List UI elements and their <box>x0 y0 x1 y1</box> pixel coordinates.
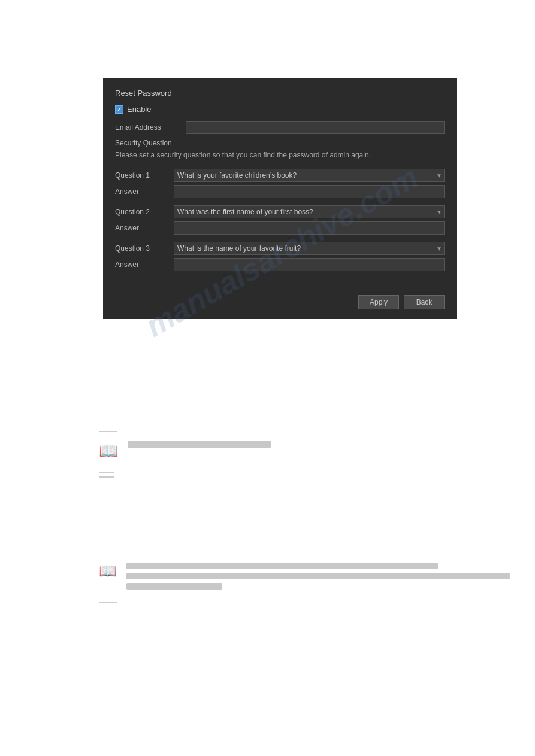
gray-bar-1 <box>128 441 271 448</box>
question-3-select-wrapper: What is the name of your favorite fruit?… <box>174 242 445 255</box>
question-block-1: Question 1 What is your favorite childre… <box>115 169 445 198</box>
question-3-select[interactable]: What is the name of your favorite fruit?… <box>174 242 445 255</box>
back-button[interactable]: Back <box>404 295 445 309</box>
question-1-label: Question 1 <box>115 171 169 180</box>
question-1-select[interactable]: What is your favorite children’s book? W… <box>174 169 445 182</box>
answer-1-input[interactable] <box>174 185 445 198</box>
email-input[interactable] <box>186 121 445 134</box>
answer-row-3: Answer <box>115 258 445 271</box>
answer-3-label: Answer <box>115 260 169 269</box>
security-section-title: Security Question <box>115 139 445 147</box>
question-2-label: Question 2 <box>115 208 169 216</box>
reset-password-panel: Reset Password ✓ Enable Email Address Se… <box>103 78 457 319</box>
question-2-select-wrapper: What was the first name of your first bo… <box>174 205 445 218</box>
answer-1-label: Answer <box>115 187 169 196</box>
question-3-label: Question 3 <box>115 244 169 253</box>
panel-footer: Apply Back <box>115 289 445 309</box>
enable-row: ✓ Enable <box>115 105 445 114</box>
question-1-select-wrapper: What is your favorite children’s book? W… <box>174 169 445 182</box>
question-block-3: Question 3 What is the name of your favo… <box>115 242 445 271</box>
book-text-lines <box>126 563 510 593</box>
answer-row-1: Answer <box>115 185 445 198</box>
book-section-1: 📖 <box>99 441 518 460</box>
security-desc: Please set a security question so that y… <box>115 151 445 159</box>
divider-bottom <box>99 602 117 603</box>
checkbox-check-icon: ✓ <box>117 107 122 113</box>
book-icon-1: 📖 <box>99 442 118 460</box>
question-block-2: Question 2 What was the first name of yo… <box>115 205 445 235</box>
answer-3-input[interactable] <box>174 258 445 271</box>
question-2-select[interactable]: What was the first name of your first bo… <box>174 205 445 218</box>
book-content-1 <box>128 441 518 451</box>
question-row-2: Question 2 What was the first name of yo… <box>115 205 445 218</box>
enable-label: Enable <box>127 105 151 114</box>
email-row: Email Address <box>115 121 445 134</box>
email-label: Email Address <box>115 123 181 132</box>
bottom-area-1: 📖 <box>99 431 518 481</box>
answer-row-2: Answer <box>115 221 445 235</box>
enable-checkbox[interactable]: ✓ <box>115 105 123 114</box>
divider-lines-1 <box>99 472 518 478</box>
answer-2-input[interactable] <box>174 221 445 235</box>
answer-2-label: Answer <box>115 224 169 232</box>
book-icon-2: 📖 <box>99 563 117 579</box>
divider-sm-2 <box>99 476 114 478</box>
bottom-area-2: 📖 <box>99 563 506 603</box>
apply-button[interactable]: Apply <box>358 295 399 309</box>
question-row-1: Question 1 What is your favorite childre… <box>115 169 445 182</box>
panel-title: Reset Password <box>115 89 445 98</box>
question-row-3: Question 3 What is the name of your favo… <box>115 242 445 255</box>
gray-bar-2c <box>126 583 222 590</box>
book-section-2: 📖 <box>99 563 506 593</box>
divider-sm-1 <box>99 472 114 473</box>
gray-bar-2b <box>126 573 510 579</box>
divider-1 <box>99 431 117 432</box>
gray-bar-2a <box>126 563 438 569</box>
